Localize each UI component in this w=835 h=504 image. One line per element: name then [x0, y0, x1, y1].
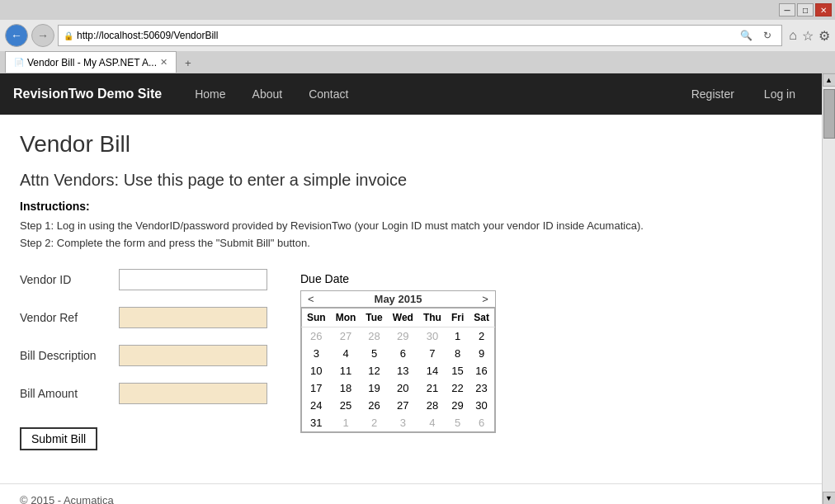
- scrollbar-down-button[interactable]: ▼: [823, 492, 836, 504]
- page-wrapper: RevisionTwo Demo Site Home About Contact…: [0, 73, 835, 504]
- cal-wrapper: Due Date < May 2015 > Sun Mon Tue: [300, 272, 496, 433]
- calendar-day[interactable]: 23: [469, 379, 494, 397]
- home-icon[interactable]: ⌂: [789, 28, 797, 43]
- calendar-day[interactable]: 20: [388, 379, 418, 397]
- calendar-day[interactable]: 5: [446, 414, 469, 432]
- calendar-day[interactable]: 17: [302, 379, 331, 397]
- calendar-day[interactable]: 3: [388, 414, 418, 432]
- search-button[interactable]: 🔍: [737, 26, 755, 45]
- calendar-day[interactable]: 3: [302, 345, 331, 362]
- page-icon: 🔒: [64, 31, 73, 40]
- scrollbar-thumb[interactable]: [823, 89, 835, 139]
- calendar-day[interactable]: 26: [302, 327, 331, 345]
- refresh-button[interactable]: ↻: [758, 26, 776, 45]
- tab-title: Vendor Bill - My ASP.NET A...: [27, 57, 157, 68]
- address-input[interactable]: [77, 30, 734, 41]
- nav-home[interactable]: Home: [182, 76, 238, 112]
- calendar-day[interactable]: 13: [388, 362, 418, 379]
- tab-favicon: 📄: [14, 58, 24, 67]
- calendar-day[interactable]: 14: [418, 362, 446, 379]
- calendar-day[interactable]: 28: [361, 327, 387, 345]
- tab-close-button[interactable]: ✕: [160, 57, 167, 68]
- calendar-day[interactable]: 12: [361, 362, 387, 379]
- restore-button[interactable]: □: [797, 3, 814, 16]
- calendar-day[interactable]: 4: [418, 414, 446, 432]
- page-subtitle: Attn Vendors: Use this page to enter a s…: [20, 171, 802, 190]
- calendar-day[interactable]: 2: [361, 414, 387, 432]
- back-button[interactable]: ←: [5, 24, 28, 47]
- cal-sat: Sat: [469, 308, 494, 327]
- vendor-ref-input[interactable]: [119, 307, 267, 328]
- calendar-day[interactable]: 26: [361, 397, 387, 414]
- browser-chrome: ─ □ ✕ ← → 🔒 🔍 ↻ ⌂ ☆ ⚙ 📄 Vendor Bill - My…: [0, 0, 835, 73]
- calendar-week-0: 262728293012: [302, 327, 495, 345]
- calendar-header: < May 2015 >: [301, 291, 495, 308]
- new-tab-button[interactable]: +: [178, 54, 198, 73]
- settings-icon[interactable]: ⚙: [818, 28, 830, 44]
- calendar-day[interactable]: 1: [331, 414, 361, 432]
- calendar-day[interactable]: 16: [469, 362, 494, 379]
- forward-button[interactable]: →: [31, 24, 54, 47]
- calendar-section: Due Date < May 2015 > Sun Mon Tue: [300, 269, 496, 433]
- minimize-button[interactable]: ─: [779, 3, 795, 16]
- cal-mon: Mon: [331, 308, 361, 327]
- calendar-day[interactable]: 6: [388, 345, 418, 362]
- calendar-day[interactable]: 29: [388, 327, 418, 345]
- scrollbar-track[interactable]: [823, 87, 835, 492]
- calendar-day[interactable]: 27: [388, 397, 418, 414]
- calendar-day[interactable]: 29: [446, 397, 469, 414]
- instructions-text: Step 1: Log in using the VendorID/passwo…: [20, 218, 802, 252]
- calendar-header-row: Sun Mon Tue Wed Thu Fri Sat: [302, 308, 495, 327]
- calendar-day[interactable]: 19: [361, 379, 387, 397]
- close-button[interactable]: ✕: [815, 3, 832, 16]
- instruction-1: Step 1: Log in using the VendorID/passwo…: [20, 218, 802, 235]
- calendar-day[interactable]: 2: [469, 327, 494, 345]
- calendar-week-3: 17181920212223: [302, 379, 495, 397]
- scrollbar-up-button[interactable]: ▲: [823, 73, 836, 87]
- navbar-brand: RevisionTwo Demo Site: [13, 87, 162, 101]
- vendor-ref-row: Vendor Ref: [20, 307, 267, 328]
- calendar-day[interactable]: 5: [361, 345, 387, 362]
- navbar: RevisionTwo Demo Site Home About Contact…: [0, 73, 822, 115]
- calendar-day[interactable]: 18: [331, 379, 361, 397]
- active-tab[interactable]: 📄 Vendor Bill - My ASP.NET A... ✕: [5, 51, 177, 73]
- calendar-day[interactable]: 30: [469, 397, 494, 414]
- calendar-next-button[interactable]: >: [475, 291, 495, 307]
- calendar-day[interactable]: 15: [446, 362, 469, 379]
- nav-contact[interactable]: Contact: [295, 76, 361, 112]
- navbar-links: Home About Contact: [182, 76, 361, 112]
- calendar-day[interactable]: 9: [469, 345, 494, 362]
- favorites-icon[interactable]: ☆: [802, 28, 814, 44]
- calendar-day[interactable]: 21: [418, 379, 446, 397]
- calendar-day[interactable]: 7: [418, 345, 446, 362]
- calendar-day[interactable]: 25: [331, 397, 361, 414]
- calendar-day[interactable]: 28: [418, 397, 446, 414]
- cal-fri: Fri: [446, 308, 469, 327]
- calendar-prev-button[interactable]: <: [301, 291, 321, 307]
- calendar-day[interactable]: 8: [446, 345, 469, 362]
- nav-login[interactable]: Log in: [751, 76, 809, 112]
- calendar-day[interactable]: 27: [331, 327, 361, 345]
- bill-description-input[interactable]: [119, 345, 267, 366]
- calendar-day[interactable]: 11: [331, 362, 361, 379]
- calendar: < May 2015 > Sun Mon Tue Wed: [300, 290, 496, 433]
- bill-amount-input[interactable]: [119, 383, 267, 404]
- form-calendar: Vendor ID Vendor Ref Bill Description Bi…: [20, 269, 802, 450]
- calendar-table: Sun Mon Tue Wed Thu Fri Sat 262: [301, 308, 495, 432]
- vendor-id-input[interactable]: [119, 269, 267, 290]
- calendar-day[interactable]: 24: [302, 397, 331, 414]
- scrollbar: ▲ ▼: [822, 73, 835, 504]
- calendar-day[interactable]: 30: [418, 327, 446, 345]
- calendar-day[interactable]: 10: [302, 362, 331, 379]
- calendar-day[interactable]: 6: [469, 414, 494, 432]
- bill-amount-label: Bill Amount: [20, 387, 119, 400]
- calendar-day[interactable]: 4: [331, 345, 361, 362]
- nav-register[interactable]: Register: [678, 76, 748, 112]
- calendar-day[interactable]: 31: [302, 414, 331, 432]
- calendar-day[interactable]: 1: [446, 327, 469, 345]
- footer-text: © 2015 - Acumatica: [20, 494, 114, 504]
- nav-about[interactable]: About: [239, 76, 296, 112]
- calendar-day[interactable]: 22: [446, 379, 469, 397]
- submit-button[interactable]: Submit Bill: [20, 427, 97, 450]
- browser-toolbar: ← → 🔒 🔍 ↻ ⌂ ☆ ⚙: [0, 20, 835, 51]
